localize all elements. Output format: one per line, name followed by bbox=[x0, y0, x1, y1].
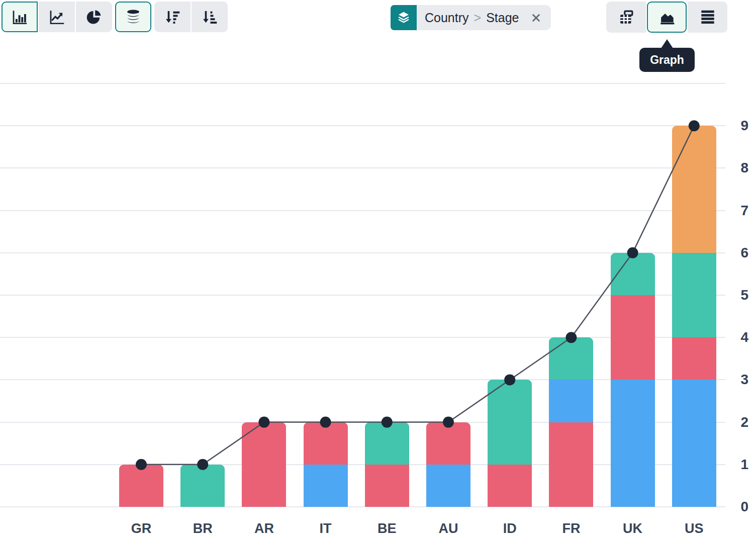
graph-view-screen: 0123456789GRBRARITBEAUIDFRUKUS bbox=[0, 0, 756, 537]
line-point[interactable] bbox=[258, 417, 269, 428]
groupby-first: Country bbox=[425, 11, 469, 25]
pivot-view-button[interactable] bbox=[606, 2, 646, 33]
area-graph-icon bbox=[657, 8, 677, 27]
chart-area: 0123456789GRBRARITBEAUIDFRUKUS bbox=[0, 0, 756, 537]
list-view-button[interactable] bbox=[688, 2, 727, 33]
sort-asc-button[interactable] bbox=[192, 2, 228, 32]
line-chart-icon bbox=[48, 8, 66, 26]
line-point[interactable] bbox=[443, 417, 454, 428]
sort-desc-icon bbox=[163, 8, 181, 26]
line-chart-button[interactable] bbox=[39, 2, 75, 32]
line-point[interactable] bbox=[504, 374, 515, 385]
sort-asc-icon bbox=[201, 8, 219, 26]
list-icon bbox=[698, 8, 717, 27]
line-point[interactable] bbox=[320, 417, 331, 428]
tooltip-caret bbox=[661, 39, 673, 48]
bar-chart-icon bbox=[11, 8, 29, 26]
groupby-facet: Country > Stage bbox=[391, 5, 551, 30]
x-icon bbox=[530, 12, 542, 24]
groupby-badge bbox=[391, 5, 417, 30]
pivot-table-icon bbox=[617, 8, 636, 27]
stacked-icon bbox=[124, 8, 142, 26]
line-point[interactable] bbox=[197, 459, 208, 470]
graph-view-button[interactable] bbox=[647, 2, 687, 33]
view-switcher bbox=[606, 2, 727, 33]
line-point[interactable] bbox=[382, 417, 393, 428]
sort-desc-button[interactable] bbox=[154, 2, 191, 32]
stacked-button[interactable] bbox=[115, 2, 151, 32]
chart-type-group bbox=[2, 2, 112, 32]
stacked-group bbox=[115, 2, 151, 32]
pie-chart-icon bbox=[85, 8, 103, 26]
groupby-separator: > bbox=[474, 11, 482, 25]
layers-icon bbox=[396, 10, 411, 25]
line-point[interactable] bbox=[136, 459, 147, 470]
line-point[interactable] bbox=[565, 332, 577, 343]
pie-chart-button[interactable] bbox=[76, 2, 112, 32]
sort-group bbox=[154, 2, 228, 32]
graph-tooltip: Graph bbox=[639, 48, 695, 72]
bar-chart-button[interactable] bbox=[2, 2, 38, 32]
line-point[interactable] bbox=[689, 120, 700, 131]
groupby-second: Stage bbox=[486, 11, 519, 25]
facet-remove-button[interactable] bbox=[530, 12, 542, 24]
groupby-label: Country > Stage bbox=[417, 5, 551, 30]
line-point[interactable] bbox=[627, 247, 638, 258]
total-line bbox=[141, 126, 694, 465]
line-overlay bbox=[0, 0, 756, 537]
